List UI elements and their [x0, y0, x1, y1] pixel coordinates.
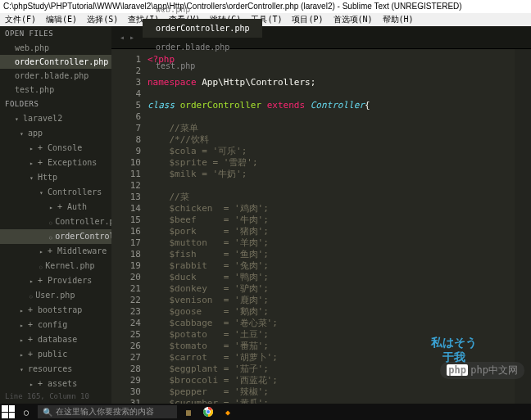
- menu-item[interactable]: 项目(P): [287, 13, 328, 26]
- folder-item[interactable]: + database: [0, 332, 111, 347]
- folder-item[interactable]: + Console: [0, 141, 111, 156]
- editor-tab[interactable]: web.php: [143, 0, 262, 19]
- watermark: php php中文网: [440, 362, 524, 379]
- chrome-icon[interactable]: [200, 405, 216, 418]
- code-line[interactable]: class orderController extends Controller…: [148, 100, 515, 111]
- minimap[interactable]: [515, 49, 531, 404]
- line-number: 22: [111, 295, 141, 306]
- code-line[interactable]: $pepper = '辣椒';: [148, 386, 515, 398]
- folder-item[interactable]: + Exceptions: [0, 156, 111, 170]
- line-number: 18: [111, 249, 141, 260]
- code-line[interactable]: $mutton = '羊肉';: [148, 237, 515, 249]
- window-titlebar: C:\phpStudy\PHPTutorial\WWW\laravel2\app…: [0, 0, 531, 13]
- sublime-icon[interactable]: ◆: [220, 405, 236, 418]
- code-line[interactable]: <?php: [148, 54, 515, 65]
- svg-point-2: [206, 410, 211, 414]
- code-line[interactable]: $cabbage = '卷心菜';: [148, 318, 515, 329]
- code-line[interactable]: $milk = '牛奶';: [148, 169, 515, 180]
- code-line[interactable]: $chicken = '鸡肉';: [148, 203, 515, 215]
- code-line[interactable]: [148, 65, 515, 77]
- menubar: 文件(F)编辑(E)选择(S)查找(I)查看(V)跳转(G)工具(T)项目(P)…: [0, 13, 531, 26]
- code-line[interactable]: $venison = '鹿肉';: [148, 295, 515, 306]
- line-number: 31: [111, 398, 141, 404]
- line-number: 12: [111, 180, 141, 192]
- folder-item[interactable]: resources: [0, 362, 111, 377]
- tabbar-arrows[interactable]: ◂ ▸: [111, 33, 143, 42]
- line-number: 24: [111, 318, 141, 329]
- menu-item[interactable]: 首选项(N): [329, 13, 378, 26]
- menu-item[interactable]: 帮助(H): [378, 13, 419, 26]
- line-number: 17: [111, 237, 141, 249]
- line-number: 8: [111, 134, 141, 146]
- search-icon: 🔍: [43, 408, 52, 417]
- folder-item[interactable]: + Auth: [0, 200, 111, 215]
- line-number: 25: [111, 329, 141, 341]
- line-number: 7: [111, 123, 141, 134]
- tabbar: ◂ ▸ web.phporderController.phporder.blad…: [111, 26, 531, 49]
- code-line[interactable]: $cucumber = '黄瓜';: [148, 398, 515, 404]
- menu-item[interactable]: 编辑(E): [41, 13, 82, 26]
- code-line[interactable]: //菜: [148, 192, 515, 203]
- line-number: 15: [111, 215, 141, 226]
- line-number: 1: [111, 54, 141, 65]
- sidebar-status: Line 165, Column 10: [0, 389, 111, 404]
- taskbar-search[interactable]: 🔍 在这里输入你要搜索的内容: [38, 405, 177, 418]
- line-number: 14: [111, 203, 141, 215]
- folder-item[interactable]: laravel2: [0, 111, 111, 126]
- code-line[interactable]: [148, 111, 515, 123]
- folder-item[interactable]: + public: [0, 347, 111, 362]
- open-files-header: OPEN FILES: [0, 26, 111, 41]
- menu-item[interactable]: 选择(S): [82, 13, 123, 26]
- code-line[interactable]: [148, 88, 515, 100]
- line-number: 6: [111, 111, 141, 123]
- folder-item[interactable]: + Middleware: [0, 244, 111, 259]
- code-line[interactable]: $cola = '可乐';: [148, 146, 515, 157]
- file-explorer-icon[interactable]: ▥: [180, 405, 197, 418]
- code-line[interactable]: //菜单: [148, 123, 515, 134]
- editor: ◂ ▸ web.phporderController.phporder.blad…: [111, 26, 531, 404]
- file-item[interactable]: orderController.php: [0, 229, 111, 244]
- start-button[interactable]: [2, 405, 15, 418]
- open-file-item[interactable]: web.php: [0, 41, 111, 55]
- line-number: 28: [111, 364, 141, 375]
- folder-item[interactable]: + Providers: [0, 273, 111, 288]
- file-item[interactable]: User.php: [0, 288, 111, 303]
- menu-item[interactable]: 文件(F): [0, 13, 41, 26]
- gutter: 1234567891011121314151617181920212223242…: [111, 49, 148, 404]
- code-line[interactable]: $sprite = '雪碧';: [148, 157, 515, 169]
- file-item[interactable]: Kernel.php: [0, 259, 111, 273]
- line-number: 26: [111, 341, 141, 352]
- folder-item[interactable]: app: [0, 126, 111, 141]
- sidebar: OPEN FILES web.phporderController.phpord…: [0, 26, 111, 404]
- line-number: 5: [111, 100, 141, 111]
- folder-item[interactable]: Controllers: [0, 185, 111, 200]
- file-item[interactable]: Controller.php: [0, 215, 111, 229]
- code-line[interactable]: $duck = '鸭肉';: [148, 272, 515, 283]
- code-line[interactable]: $goose = '鹅肉';: [148, 306, 515, 318]
- code-line[interactable]: $rabbit = '兔肉';: [148, 260, 515, 272]
- code-line[interactable]: $fish = '鱼肉';: [148, 249, 515, 260]
- code-line[interactable]: $pork = '猪肉';: [148, 226, 515, 237]
- code-line[interactable]: /*//饮料: [148, 134, 515, 146]
- search-placeholder: 在这里输入你要搜索的内容: [56, 406, 154, 418]
- line-number: 21: [111, 283, 141, 295]
- folders-header: FOLDERS: [0, 97, 111, 111]
- code-line[interactable]: [148, 180, 515, 192]
- open-file-item[interactable]: order.blade.php: [0, 69, 111, 83]
- open-file-item[interactable]: orderController.php: [0, 55, 111, 69]
- folder-item[interactable]: Http: [0, 170, 111, 185]
- code-line[interactable]: $donkey = '驴肉';: [148, 283, 515, 295]
- folder-item[interactable]: + bootstrap: [0, 303, 111, 318]
- line-number: 3: [111, 77, 141, 88]
- cortana-icon[interactable]: ○: [18, 405, 34, 418]
- overlay-line1: 私はそう: [431, 336, 477, 350]
- folder-item[interactable]: + config: [0, 318, 111, 332]
- main-area: OPEN FILES web.phporderController.phpord…: [0, 26, 531, 404]
- code-line[interactable]: namespace App\Http\Controllers;: [148, 77, 515, 88]
- line-number: 13: [111, 192, 141, 203]
- code-line[interactable]: $beef = '牛肉';: [148, 215, 515, 226]
- overlay-text: 私はそう 于我: [431, 336, 477, 365]
- line-number: 4: [111, 88, 141, 100]
- open-file-item[interactable]: test.php: [0, 83, 111, 97]
- editor-tab[interactable]: orderController.php: [143, 19, 262, 38]
